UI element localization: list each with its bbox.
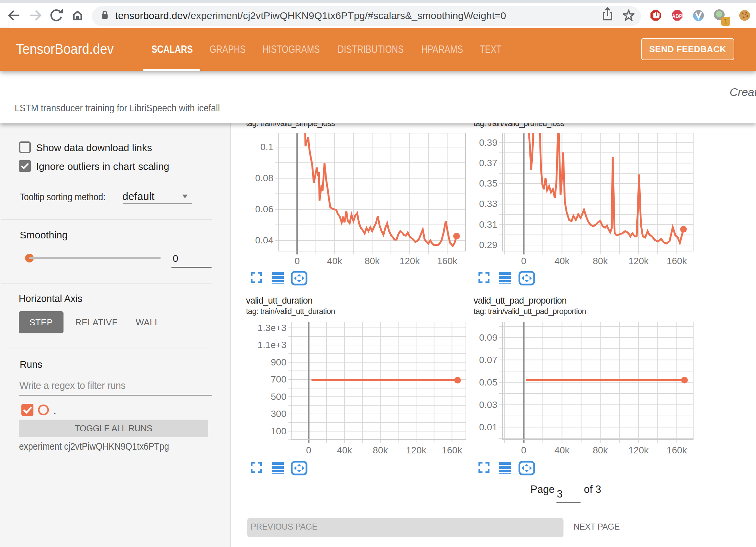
- svg-text:900: 900: [271, 357, 286, 367]
- svg-text:0.07: 0.07: [479, 355, 498, 365]
- svg-text:80k: 80k: [593, 445, 608, 455]
- svg-text:700: 700: [271, 374, 286, 385]
- svg-text:0: 0: [521, 445, 526, 455]
- svg-text:0.39: 0.39: [479, 137, 498, 148]
- svg-text:0.09: 0.09: [479, 332, 498, 343]
- svg-text:160k: 160k: [667, 445, 687, 455]
- svg-text:tag: train/valid_utt_pad_propo: tag: train/valid_utt_pad_proportion: [474, 307, 586, 316]
- svg-text:0.05: 0.05: [479, 377, 498, 388]
- svg-text:120k: 120k: [399, 256, 420, 266]
- svg-text:0.31: 0.31: [479, 219, 498, 230]
- svg-text:40k: 40k: [327, 256, 343, 266]
- svg-text:0.06: 0.06: [255, 204, 274, 214]
- svg-text:0.04: 0.04: [255, 235, 274, 245]
- svg-text:100: 100: [271, 426, 286, 436]
- svg-text:tag: train/valid_utt_duration: tag: train/valid_utt_duration: [246, 307, 335, 316]
- svg-text:0.1: 0.1: [260, 142, 273, 152]
- svg-text:40k: 40k: [337, 445, 352, 455]
- svg-text:160k: 160k: [442, 445, 463, 455]
- svg-text:120k: 120k: [628, 256, 649, 266]
- svg-text:ABP: ABP: [672, 13, 682, 19]
- svg-text:1.1e+3: 1.1e+3: [258, 340, 286, 350]
- svg-text:0: 0: [521, 256, 526, 266]
- svg-text:160k: 160k: [667, 256, 687, 266]
- svg-text:valid_utt_duration: valid_utt_duration: [246, 296, 312, 306]
- svg-text:0.01: 0.01: [479, 422, 498, 432]
- svg-text:1: 1: [724, 17, 728, 25]
- svg-text:0.33: 0.33: [479, 199, 498, 209]
- svg-text:0.29: 0.29: [479, 240, 498, 250]
- svg-text:0: 0: [294, 256, 300, 266]
- svg-text:300: 300: [271, 409, 286, 419]
- svg-text:120k: 120k: [628, 445, 649, 455]
- svg-text:1.3e+3: 1.3e+3: [258, 323, 286, 333]
- svg-text:80k: 80k: [365, 256, 380, 266]
- svg-text:0.35: 0.35: [479, 178, 498, 189]
- svg-text:0.03: 0.03: [479, 400, 498, 410]
- svg-text:120k: 120k: [406, 445, 427, 455]
- svg-text:40k: 40k: [554, 445, 570, 455]
- svg-text:40k: 40k: [554, 256, 570, 266]
- svg-text:0: 0: [306, 445, 311, 455]
- svg-text:80k: 80k: [593, 256, 608, 266]
- svg-text:0.08: 0.08: [255, 173, 274, 183]
- svg-text:valid_utt_pad_proportion: valid_utt_pad_proportion: [474, 296, 566, 306]
- svg-text:500: 500: [271, 392, 286, 402]
- svg-text:0.37: 0.37: [479, 158, 498, 168]
- svg-text:160k: 160k: [437, 256, 458, 266]
- svg-text:80k: 80k: [373, 445, 388, 455]
